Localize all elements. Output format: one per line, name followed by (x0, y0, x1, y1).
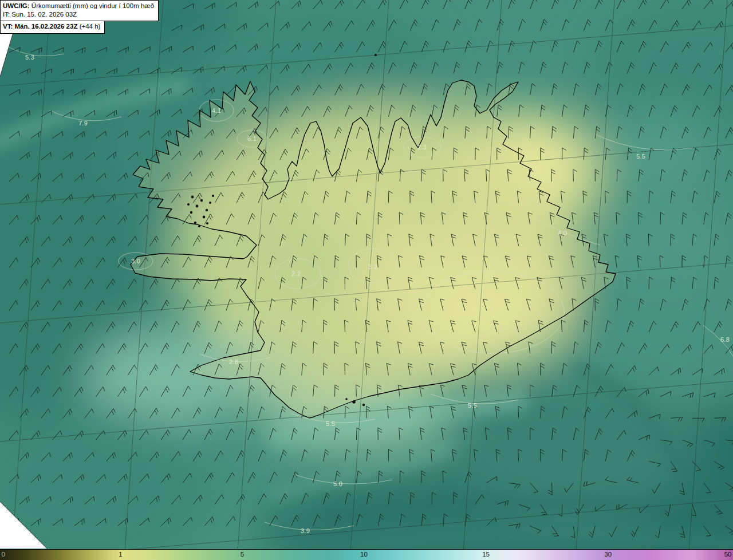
colorbar-tick-label: 0 (2, 551, 5, 558)
valid-time-label: VT: (3, 23, 13, 30)
colorbar: 01510153050 (0, 549, 733, 560)
map-canvas (0, 0, 733, 560)
valid-time-value: Mán. 16.02.2026 23Z (14, 23, 77, 30)
colorbar-tick-label: 5 (241, 551, 244, 558)
colorbar-tick-label: 50 (724, 551, 732, 558)
colorbar-tick-label: 10 (360, 551, 368, 558)
map-title-box: UWC/IG: Úrkomumætti (mm) og vindur í 100… (0, 0, 159, 21)
title-stack: UWC/IG: Úrkomumætti (mm) og vindur í 100… (0, 0, 159, 34)
model-label: UWC/IG: (3, 2, 30, 9)
colorbar-tick-label: 15 (482, 551, 490, 558)
colorbar-ticks: 01510153050 (0, 550, 733, 560)
valid-time-box: VT: Mán. 16.02.2026 23Z (+44 h) (0, 21, 105, 33)
colorbar-tick-label: 1 (119, 551, 122, 558)
map-title: Úrkomumætti (mm) og vindur í 100m hæð (31, 2, 154, 9)
colorbar-tick-label: 30 (604, 551, 612, 558)
weather-map-frame: 5.37.94.16.12.35.54.03.02.23.22.86.85.55… (0, 0, 733, 560)
map-title-line: UWC/IG: Úrkomumætti (mm) og vindur í 100… (3, 2, 154, 10)
init-time-line: IT: Sun. 15. 02. 2026 03Z (3, 10, 154, 19)
valid-time-suffix: (+44 h) (80, 23, 101, 30)
